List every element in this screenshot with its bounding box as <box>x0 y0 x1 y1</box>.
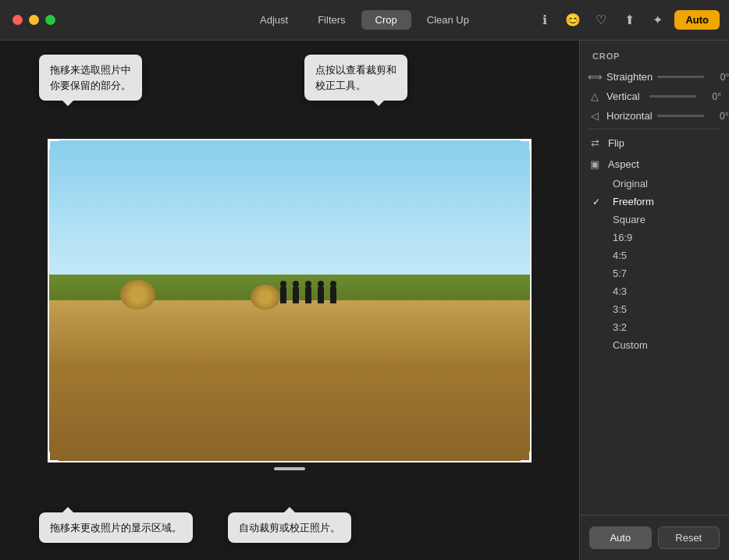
straighten-slider-row[interactable]: ⟺ Straighten 0° <box>580 67 729 87</box>
horizontal-slider-row[interactable]: ◁ Horizontal 0° <box>580 106 729 126</box>
person-3 <box>305 286 311 303</box>
minimize-button[interactable] <box>29 15 39 25</box>
vertical-label: Vertical <box>606 90 645 102</box>
tab-bar: Adjust Filters Crop Clean Up <box>246 10 483 30</box>
horizontal-label: Horizontal <box>606 110 653 122</box>
tab-crop[interactable]: Crop <box>361 10 411 30</box>
tooltip-bottom-center: 自动裁剪或校正照片。 <box>228 512 351 544</box>
panel-bottom: Auto Reset <box>580 515 729 560</box>
tooltip-bottom-left: 拖移来更改照片的显示区域。 <box>39 512 193 544</box>
horizontal-value: 0° <box>709 111 729 122</box>
titlebar: Adjust Filters Crop Clean Up ℹ 😊 ♡ ⬆ ✦ A… <box>0 0 729 41</box>
vertical-track[interactable] <box>649 95 696 97</box>
people-group <box>280 286 336 303</box>
aspect-custom[interactable]: Custom <box>580 336 729 354</box>
photo-area[interactable]: 拖移来选取照片中 你要保留的部分。 点按以查看裁剪和 校正工具。 拖移来更改照片… <box>0 41 579 560</box>
person-1 <box>280 286 286 303</box>
flip-icon: ⇄ <box>588 137 602 149</box>
heart-button[interactable]: ♡ <box>590 9 612 31</box>
panel-title: CROP <box>580 41 729 67</box>
straighten-icon: ⟺ <box>588 71 602 83</box>
tab-cleanup[interactable]: Clean Up <box>413 10 483 30</box>
main-area: 拖移来选取照片中 你要保留的部分。 点按以查看裁剪和 校正工具。 拖移来更改照片… <box>0 41 729 560</box>
flip-row[interactable]: ⇄ Flip <box>580 133 729 154</box>
magic-button[interactable]: ✦ <box>646 9 668 31</box>
aspect-label: Aspect <box>608 158 639 170</box>
aspect-5-7[interactable]: 5:7 <box>580 264 729 282</box>
center-handle[interactable] <box>274 467 305 470</box>
auto-button[interactable]: Auto <box>589 526 652 549</box>
straighten-value: 0° <box>709 72 729 83</box>
tab-adjust[interactable]: Adjust <box>246 10 302 30</box>
divider-1 <box>588 129 721 129</box>
aspect-icon: ▣ <box>588 158 602 170</box>
maximize-button[interactable] <box>45 15 55 25</box>
info-button[interactable]: ℹ <box>534 9 556 31</box>
vertical-value: 0° <box>701 91 721 102</box>
photo-frame[interactable] <box>48 139 532 463</box>
aspect-4-3[interactable]: 4:3 <box>580 282 729 300</box>
aspect-16-9[interactable]: 16:9 <box>580 229 729 246</box>
share-button[interactable]: ⬆ <box>618 9 640 31</box>
field-layer <box>48 300 532 463</box>
tooltip-top-right: 点按以查看裁剪和 校正工具。 <box>304 55 407 101</box>
tab-filters[interactable]: Filters <box>304 10 359 30</box>
vertical-slider-row[interactable]: △ Vertical 0° <box>580 87 729 106</box>
titlebar-right: ℹ 😊 ♡ ⬆ ✦ Auto <box>534 9 720 31</box>
aspect-freeform[interactable]: ✓ Freeform <box>580 193 729 211</box>
right-panel: CROP ⟺ Straighten 0° △ Vertical 0° ◁ Hor… <box>579 41 729 560</box>
vertical-icon: △ <box>588 90 602 102</box>
straighten-track[interactable] <box>657 76 704 78</box>
horizontal-track[interactable] <box>657 115 704 117</box>
horizontal-icon: ◁ <box>588 110 602 122</box>
aspect-original[interactable]: Original <box>580 175 729 193</box>
person-2 <box>293 286 299 303</box>
aspect-3-2[interactable]: 3:2 <box>580 318 729 336</box>
photo-image <box>48 139 532 463</box>
person-4 <box>318 286 324 303</box>
close-button[interactable] <box>12 15 23 25</box>
done-button[interactable]: Auto <box>674 10 720 30</box>
emoji-button[interactable]: 😊 <box>562 9 584 31</box>
tooltip-top-left: 拖移来选取照片中 你要保留的部分。 <box>39 55 142 101</box>
aspect-4-5[interactable]: 4:5 <box>580 246 729 264</box>
aspect-header[interactable]: ▣ Aspect <box>580 154 729 175</box>
traffic-lights <box>0 15 55 25</box>
straighten-label: Straighten <box>606 71 653 83</box>
flip-label: Flip <box>608 137 624 149</box>
aspect-square[interactable]: Square <box>580 211 729 229</box>
aspect-3-5[interactable]: 3:5 <box>580 300 729 318</box>
check-freeform: ✓ <box>592 197 603 207</box>
person-5 <box>330 286 336 303</box>
reset-button[interactable]: Reset <box>658 526 720 549</box>
